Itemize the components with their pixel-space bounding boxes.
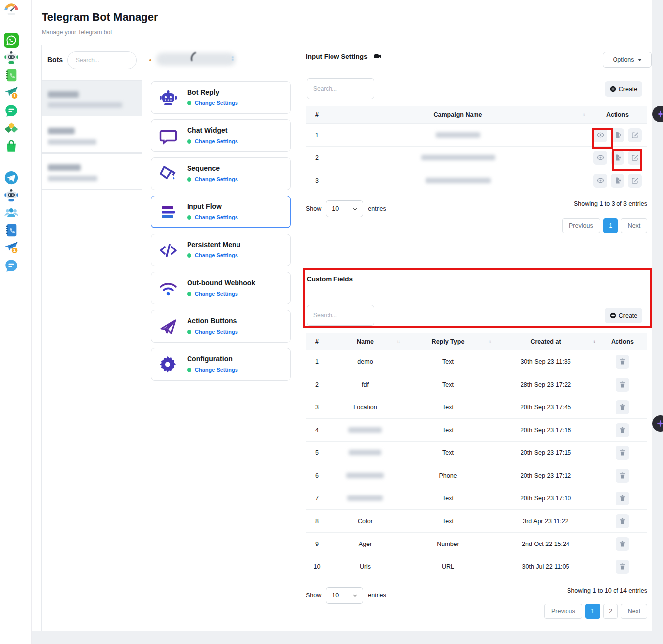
settings-card-title: Configuration <box>187 355 233 363</box>
field-reply-type: Text <box>402 487 494 509</box>
field-name: Color <box>358 518 373 525</box>
bot-list-item[interactable] <box>42 153 142 190</box>
export-button[interactable] <box>611 174 624 188</box>
status-dot-icon <box>187 177 191 182</box>
divider <box>41 45 652 45</box>
view-button[interactable] <box>593 128 607 142</box>
settings-card-persistent-menu[interactable]: Persistent MenuChange Settings <box>151 234 291 266</box>
delete-button[interactable] <box>616 423 629 437</box>
telegram-icon[interactable] <box>4 170 19 185</box>
contacts-blue-icon[interactable] <box>4 223 19 238</box>
row-number: 3 <box>306 396 328 418</box>
send-badge-green-icon[interactable]: 1 <box>4 85 19 100</box>
options-button[interactable]: Options <box>603 52 652 68</box>
column-header-campaign-name[interactable]: Campaign Name ↑↓ <box>328 106 588 123</box>
change-settings-link[interactable]: Change Settings <box>195 214 238 220</box>
column-header-name[interactable]: Name ↑↓ <box>328 333 402 350</box>
field-reply-type: URL <box>402 555 494 578</box>
create-custom-field-button[interactable]: Create <box>605 308 642 323</box>
bot-list-item[interactable] <box>42 117 142 153</box>
delete-button[interactable] <box>616 355 629 369</box>
redacted-text <box>48 164 81 171</box>
chevron-down-icon <box>638 59 642 61</box>
page-size-select[interactable]: 10 <box>326 200 363 217</box>
divider <box>298 45 298 631</box>
change-settings-link[interactable]: Change Settings <box>195 138 238 144</box>
entries-label: entries <box>368 205 386 212</box>
show-label: Show <box>306 592 321 599</box>
previous-page-button[interactable]: Previous <box>544 604 582 619</box>
change-settings-link[interactable]: Change Settings <box>195 176 238 182</box>
whatsapp-icon[interactable] <box>4 33 19 48</box>
export-button[interactable] <box>611 128 624 142</box>
robot-green-icon[interactable] <box>4 50 19 65</box>
view-button[interactable] <box>593 174 607 188</box>
delete-button[interactable] <box>616 537 629 551</box>
column-header-num[interactable]: # <box>306 333 328 350</box>
custom-fields-pagination: Previous12Next <box>544 604 647 619</box>
view-button[interactable] <box>593 151 607 165</box>
page-size-control: Show 10 entries <box>306 587 386 604</box>
chat-blue-icon[interactable] <box>4 258 19 273</box>
change-settings-link[interactable]: Change Settings <box>195 329 238 335</box>
change-settings-link[interactable]: Change Settings <box>195 367 238 373</box>
next-page-button[interactable]: Next <box>621 604 648 619</box>
change-settings-link[interactable]: Change Settings <box>195 100 238 106</box>
settings-card-configuration[interactable]: ConfigurationChange Settings <box>151 348 291 381</box>
robot-blue-icon[interactable] <box>4 188 19 203</box>
next-page-button[interactable]: Next <box>621 218 648 233</box>
bots-search-input[interactable] <box>67 51 137 69</box>
page-button-2[interactable]: 2 <box>603 604 618 619</box>
redacted-text <box>48 176 97 181</box>
delete-button[interactable] <box>616 469 629 483</box>
delete-button[interactable] <box>616 378 629 392</box>
table-row: 10UrlsURL30th Jul 22 11:05 <box>306 555 647 578</box>
page-button-1[interactable]: 1 <box>603 218 618 233</box>
change-settings-link[interactable]: Change Settings <box>195 252 238 258</box>
delete-button[interactable] <box>616 514 629 528</box>
change-settings-link[interactable]: Change Settings <box>195 291 238 297</box>
row-number: 1 <box>306 124 328 146</box>
edit-button[interactable] <box>628 128 642 142</box>
previous-page-button[interactable]: Previous <box>562 218 600 233</box>
delete-button[interactable] <box>616 560 629 574</box>
field-created-at: 30th Jul 22 11:05 <box>494 555 598 578</box>
edit-button[interactable] <box>628 174 642 188</box>
bot-list-item[interactable] <box>42 80 142 116</box>
column-header-reply-type[interactable]: Reply Type ↑↓ <box>402 333 494 350</box>
shop-bag-icon[interactable] <box>4 139 19 153</box>
audience-icon[interactable] <box>4 205 19 220</box>
column-header-created-at[interactable]: Created at ↑↓ <box>494 333 598 350</box>
send-badge-blue-icon[interactable]: 1 <box>4 240 19 255</box>
contacts-green-icon[interactable] <box>4 68 19 83</box>
column-header-num[interactable]: # <box>306 106 328 123</box>
status-dot-icon <box>187 215 191 220</box>
settings-card-out-bound-webhook[interactable]: Out-bound WebhookChange Settings <box>151 272 291 304</box>
chat-green-icon[interactable] <box>4 103 19 118</box>
settings-card-chat-widget[interactable]: Chat WidgetChange Settings <box>151 119 291 152</box>
view-icon <box>597 131 604 139</box>
edit-button[interactable] <box>628 151 642 165</box>
settings-card-title: Input Flow <box>187 202 222 210</box>
page-button-1[interactable]: 1 <box>585 604 600 619</box>
export-button[interactable] <box>611 151 624 165</box>
page-size-select[interactable]: 10 <box>326 587 363 604</box>
speedometer-icon[interactable] <box>4 3 19 18</box>
settings-card-sequence[interactable]: SequenceChange Settings <box>151 157 291 190</box>
settings-card-bot-reply[interactable]: Bot ReplyChange Settings <box>151 81 291 114</box>
delete-button[interactable] <box>616 492 629 505</box>
handshake-puzzle-icon[interactable] <box>4 121 19 136</box>
custom-fields-search-input[interactable] <box>307 305 374 326</box>
field-created-at: 20th Sep 23 17:15 <box>494 442 598 464</box>
chevron-down-icon <box>352 206 358 212</box>
delete-button[interactable] <box>616 446 629 460</box>
table-row: 9AgerNumber2nd Oct 22 15:24 <box>306 533 647 555</box>
delete-button[interactable] <box>616 400 629 414</box>
create-campaign-button[interactable]: Create <box>605 81 642 97</box>
trash-icon <box>619 517 626 525</box>
sort-icon: ↑↓ <box>488 339 491 344</box>
field-reply-type: Text <box>402 373 494 396</box>
settings-card-action-buttons[interactable]: Action ButtonsChange Settings <box>151 310 291 343</box>
settings-card-input-flow[interactable]: Input FlowChange Settings <box>151 196 291 228</box>
campaign-search-input[interactable] <box>307 78 374 99</box>
